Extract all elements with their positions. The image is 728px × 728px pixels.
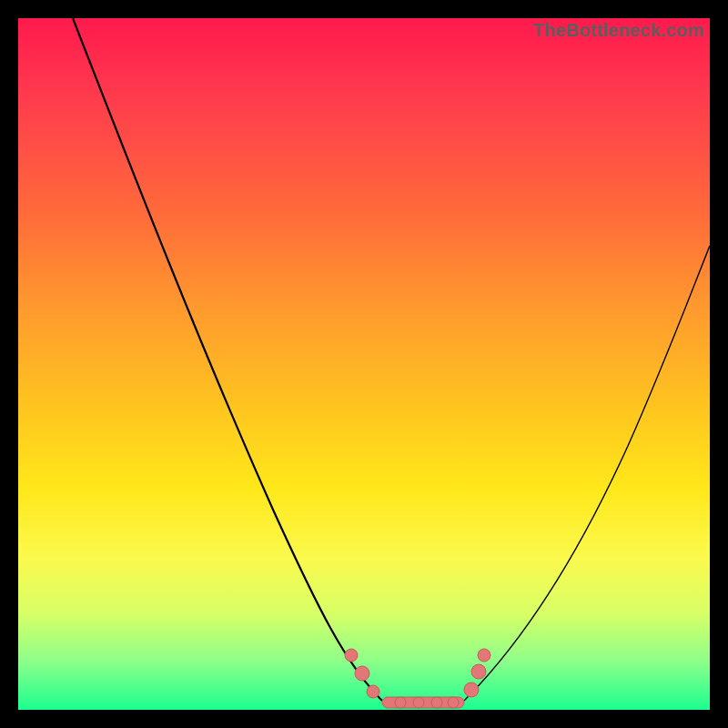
marker-dot xyxy=(464,682,479,697)
marker-dot xyxy=(367,685,379,698)
marker-dot xyxy=(345,649,358,662)
marker-dot xyxy=(355,666,369,681)
chart-frame: TheBottleneck.com xyxy=(18,18,710,710)
bottleneck-curve-plot xyxy=(18,18,710,710)
marker-dot xyxy=(395,697,406,708)
marker-dot xyxy=(431,697,442,708)
curve-right-branch xyxy=(464,246,710,701)
marker-dot xyxy=(471,664,486,679)
watermark-text: TheBottleneck.com xyxy=(533,20,704,41)
marker-dot xyxy=(478,649,490,662)
marker-dot xyxy=(448,697,459,708)
curve-left-branch xyxy=(73,18,382,701)
marker-dot xyxy=(413,697,424,708)
